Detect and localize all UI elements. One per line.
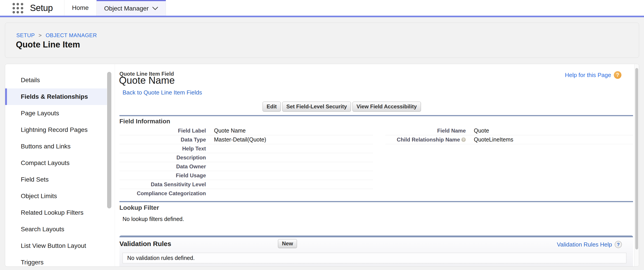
sidebar-item-list-view-button-layout[interactable]: List View Button Layout	[5, 237, 107, 254]
object-manager-card: Details Fields & Relationships Page Layo…	[5, 64, 639, 267]
tab-home[interactable]: Home	[64, 0, 96, 16]
brand-accent-bar	[0, 16, 644, 17]
back-to-fields-link[interactable]: Back to Quote Line Item Fields	[122, 89, 202, 96]
field-info-row: Field Usage	[120, 171, 373, 180]
validation-rules-section-bar	[120, 235, 633, 237]
tab-bar: Home Object Manager	[64, 0, 166, 16]
set-field-level-security-button[interactable]: Set Field-Level Security	[282, 102, 351, 112]
sidebar-scrollbar-thumb[interactable]	[107, 72, 111, 208]
new-validation-rule-button[interactable]: New	[278, 239, 297, 248]
page-title: Quote Line Item	[16, 40, 80, 50]
lookup-filter-section-bar	[120, 201, 633, 202]
edit-button[interactable]: Edit	[262, 102, 281, 112]
sidebar-item-triggers[interactable]: Triggers	[5, 254, 107, 267]
field-information-section-bar	[120, 115, 633, 116]
content-scrollbar-track[interactable]	[634, 64, 639, 266]
validation-rules-heading: Validation Rules	[120, 240, 171, 248]
lookup-filter-heading: Lookup Filter	[120, 204, 159, 211]
help-icon[interactable]: ?	[614, 71, 622, 79]
breadcrumb-object-manager-link[interactable]: OBJECT MANAGER	[46, 32, 97, 38]
page-header-card: SETUP > OBJECT MANAGER Quote Line Item	[5, 23, 639, 58]
sidebar-divider	[115, 64, 115, 266]
field-info-row: Help Text	[120, 144, 373, 153]
sidebar-item-field-sets[interactable]: Field Sets	[5, 171, 107, 188]
field-title: Quote Name	[119, 75, 175, 86]
field-info-row: Field Name Quote	[385, 126, 633, 135]
validation-rules-empty-box: No validation rules defined.	[122, 253, 626, 263]
question-icon[interactable]: ?	[615, 241, 622, 248]
field-information-right-column: Field Name Quote Child Relationship Name…	[385, 126, 633, 144]
tab-object-manager-label: Object Manager	[104, 5, 149, 12]
breadcrumb: SETUP > OBJECT MANAGER	[16, 32, 97, 39]
field-info-row: Field Label Quote Name	[120, 126, 373, 135]
validation-rules-empty-text: No validation rules defined.	[127, 255, 195, 261]
help-for-this-page-label: Help for this Page	[565, 72, 611, 79]
sidebar-item-page-layouts[interactable]: Page Layouts	[5, 105, 107, 122]
field-info-row: Data Type Master-Detail(Quote)	[120, 135, 373, 144]
setup-page: Setup Home Object Manager SETUP > OBJECT…	[0, 0, 644, 270]
info-icon[interactable]: ?	[461, 137, 466, 142]
tab-object-manager[interactable]: Object Manager	[96, 0, 166, 16]
sidebar-item-object-limits[interactable]: Object Limits	[5, 188, 107, 204]
app-title: Setup	[30, 0, 53, 16]
breadcrumb-setup-link[interactable]: SETUP	[16, 32, 35, 38]
sidebar-item-search-layouts[interactable]: Search Layouts	[5, 221, 107, 237]
object-nav-sidebar: Details Fields & Relationships Page Layo…	[5, 72, 107, 267]
help-for-this-page-link[interactable]: Help for this Page ?	[565, 71, 622, 79]
validation-rules-help-link[interactable]: Validation Rules Help ?	[557, 241, 622, 248]
content-scrollbar-thumb[interactable]	[635, 68, 638, 249]
sidebar-item-fields-relationships[interactable]: Fields & Relationships	[5, 88, 107, 105]
field-info-row: Data Sensitivity Level	[120, 180, 373, 189]
sidebar-item-related-lookup-filters[interactable]: Related Lookup Filters	[5, 204, 107, 221]
breadcrumb-separator: >	[38, 32, 42, 38]
field-info-row: Data Owner	[120, 162, 373, 171]
field-info-row: Description	[120, 153, 373, 162]
view-field-accessibility-button[interactable]: View Field Accessibility	[352, 102, 420, 112]
sidebar-item-buttons-and-links[interactable]: Buttons and Links	[5, 138, 107, 155]
validation-rules-help-label: Validation Rules Help	[557, 241, 612, 248]
field-information-left-column: Field Label Quote Name Data Type Master-…	[120, 126, 373, 198]
app-launcher-waffle-icon[interactable]	[12, 3, 23, 14]
field-info-row: Compliance Categorization	[120, 189, 373, 198]
global-header: Setup Home Object Manager	[0, 0, 644, 16]
sidebar-item-compact-layouts[interactable]: Compact Layouts	[5, 155, 107, 171]
chevron-down-icon	[152, 7, 158, 10]
field-action-buttons: Edit Set Field-Level Security View Field…	[262, 102, 421, 112]
lookup-filter-empty-text: No lookup filters defined.	[122, 216, 184, 222]
tab-home-label: Home	[72, 4, 89, 12]
sidebar-item-lightning-record-pages[interactable]: Lightning Record Pages	[5, 122, 107, 138]
field-information-heading: Field Information	[120, 118, 170, 125]
field-info-row: Child Relationship Name ? QuoteLineItems	[385, 135, 633, 144]
sidebar-item-details[interactable]: Details	[5, 72, 107, 88]
